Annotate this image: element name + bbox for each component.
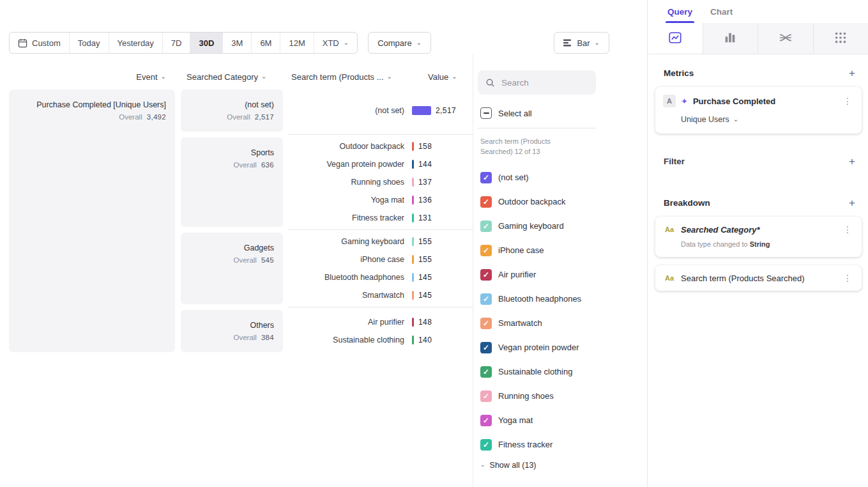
kebab-menu-icon[interactable]: ⋮ (841, 273, 854, 283)
legend-item[interactable]: ✓ Smartwatch (478, 311, 647, 336)
value-bar[interactable] (412, 318, 414, 327)
legend-item-checkbox[interactable]: ✓ (480, 220, 492, 232)
value-bar[interactable] (412, 142, 414, 151)
category-cell[interactable]: Others Overall384 (181, 310, 283, 352)
tab-chart[interactable]: Chart (710, 0, 733, 23)
legend-item[interactable]: ✓ Air purifier (478, 263, 647, 287)
term-row[interactable]: Gaming keyboard 155 (288, 233, 473, 251)
legend-item[interactable]: ✓ (not set) (478, 166, 647, 190)
legend-item[interactable]: ✓ Fitness tracker (478, 433, 647, 457)
add-filter-button[interactable]: + (849, 156, 855, 167)
column-header-event[interactable]: Event ⌄ (9, 72, 175, 82)
bar-cell: 2,517 (412, 106, 456, 115)
legend-search-input[interactable] (500, 77, 588, 88)
legend-item-label: Fitness tracker (498, 440, 552, 449)
legend-item-checkbox[interactable]: ✓ (480, 318, 492, 329)
measure-selector[interactable]: Unique Users ⌄ (681, 115, 854, 124)
value-bar[interactable] (412, 237, 414, 246)
select-all-checkbox[interactable] (480, 107, 492, 119)
legend-item[interactable]: ✓ Gaming keyboard (478, 214, 647, 238)
breakdown-property-name[interactable]: Searched Category* (681, 225, 836, 235)
legend-item-checkbox[interactable]: ✓ (480, 415, 492, 426)
term-row[interactable]: (not set) 2,517 (288, 102, 473, 120)
legend-item[interactable]: ✓ Bluetooth headphones (478, 287, 647, 311)
value-bar[interactable] (412, 255, 414, 264)
date-range-custom[interactable]: Custom (10, 33, 69, 53)
value-bar[interactable] (412, 336, 414, 344)
legend-item-checkbox[interactable]: ✓ (480, 293, 492, 305)
value-bar[interactable] (412, 160, 414, 169)
term-row[interactable]: Sustainable clothing 140 (288, 331, 473, 349)
column-header-term[interactable]: Search term (Products ... ⌄ (288, 72, 428, 82)
group-divider (288, 307, 473, 307)
legend-item-checkbox[interactable]: ✓ (480, 196, 492, 208)
date-range-12m[interactable]: 12M (280, 33, 313, 53)
legend-item-checkbox[interactable]: ✓ (480, 172, 492, 183)
legend-item-checkbox[interactable]: ✓ (480, 439, 492, 451)
date-range-30d[interactable]: 30D (190, 33, 222, 53)
term-row[interactable]: Smartwatch 145 (288, 286, 473, 304)
legend-item-checkbox[interactable]: ✓ (480, 342, 492, 353)
legend-item-checkbox[interactable]: ✓ (480, 390, 492, 402)
tab-query[interactable]: Query (667, 0, 692, 23)
kebab-menu-icon[interactable]: ⋮ (841, 96, 854, 106)
category-cell[interactable]: Gadgets Overall545 (181, 233, 283, 304)
term-row[interactable]: Running shoes 137 (288, 173, 473, 191)
metric-card[interactable]: A ✦ Purchase Completed ⋮ Unique Users ⌄ (655, 87, 862, 134)
chart-type-button[interactable]: Bar ⌄ (554, 32, 609, 54)
report-type-funnels-tab[interactable] (703, 23, 759, 54)
legend-item[interactable]: ✓ Vegan protein powder (478, 336, 647, 360)
legend-item-checkbox[interactable]: ✓ (480, 366, 492, 378)
date-range-xtd[interactable]: XTD ⌄ (314, 33, 357, 53)
term-row[interactable]: Yoga mat 136 (288, 191, 473, 209)
report-type-flows-tab[interactable] (758, 23, 814, 54)
legend-item[interactable]: ✓ Outdoor backpack (478, 190, 647, 214)
date-range-today[interactable]: Today (69, 33, 109, 53)
select-all-row[interactable]: Select all (480, 107, 647, 119)
value-bar[interactable] (412, 106, 431, 115)
report-type-retention-tab[interactable] (814, 23, 868, 54)
report-type-insights-tab[interactable] (648, 23, 703, 54)
term-row[interactable]: Bluetooth headphones 145 (288, 268, 473, 286)
legend-item[interactable]: ✓ Running shoes (478, 384, 647, 408)
category-group: Others Overall384 Air purifier 148 Susta… (181, 310, 473, 352)
legend-search-box[interactable] (478, 70, 596, 95)
legend-item-checkbox[interactable]: ✓ (480, 245, 492, 256)
breakdown-property-name[interactable]: Search term (Products Searched) (681, 274, 836, 283)
value-bar[interactable] (412, 178, 414, 187)
add-breakdown-button[interactable]: + (849, 197, 855, 208)
category-cell[interactable]: Sports Overall636 (181, 137, 283, 227)
check-icon: ✓ (483, 319, 489, 328)
category-name: (not set) (190, 100, 274, 109)
column-header-value[interactable]: Value ⌄ (428, 72, 457, 82)
compare-button[interactable]: Compare ⌄ (368, 32, 431, 54)
legend-item[interactable]: ✓ Yoga mat (478, 408, 647, 433)
legend-item[interactable]: ✓ iPhone case (478, 238, 647, 263)
show-all-button[interactable]: ⌄ Show all (13) (480, 461, 647, 470)
term-row[interactable]: Outdoor backpack 158 (288, 137, 473, 155)
kebab-menu-icon[interactable]: ⋮ (841, 224, 854, 235)
term-row[interactable]: Vegan protein powder 144 (288, 155, 473, 173)
date-range-7d[interactable]: 7D (162, 33, 190, 53)
metric-event-name[interactable]: Purchase Completed (693, 97, 836, 106)
term-row[interactable]: Fitness tracker 131 (288, 209, 473, 227)
add-metric-button[interactable]: + (849, 68, 855, 79)
breakdown-card[interactable]: Aa Search term (Products Searched) ⋮ (655, 265, 862, 291)
bar-chart-icon (723, 31, 737, 47)
column-header-category[interactable]: Searched Category ⌄ (181, 72, 283, 82)
value-bar[interactable] (412, 273, 414, 282)
value-bar[interactable] (412, 291, 414, 300)
term-row[interactable]: iPhone case 155 (288, 251, 473, 268)
value-bar[interactable] (412, 196, 414, 205)
legend-item-label: Vegan protein powder (498, 343, 579, 352)
category-cell[interactable]: (not set) Overall2,517 (181, 89, 283, 132)
date-range-yesterday[interactable]: Yesterday (109, 33, 162, 53)
date-range-3m[interactable]: 3M (222, 33, 251, 53)
breakdown-card[interactable]: Aa Searched Category* ⋮ Data type change… (655, 217, 862, 257)
event-cell[interactable]: Purchase Completed [Unique Users] Overal… (9, 89, 175, 352)
legend-item-checkbox[interactable]: ✓ (480, 269, 492, 281)
term-row[interactable]: Air purifier 148 (288, 313, 473, 331)
value-bar[interactable] (412, 213, 414, 222)
legend-item[interactable]: ✓ Sustainable clothing (478, 360, 647, 384)
date-range-6m[interactable]: 6M (251, 33, 280, 53)
